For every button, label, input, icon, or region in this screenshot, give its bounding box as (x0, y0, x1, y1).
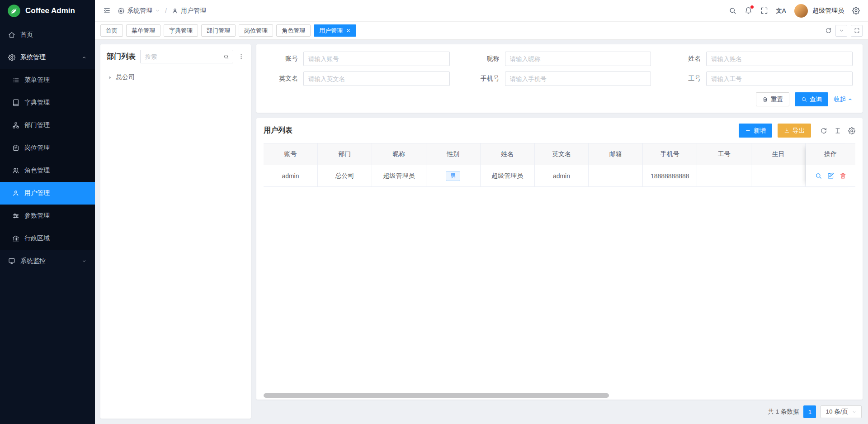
department-search-button[interactable] (219, 50, 233, 63)
field-label-phone: 手机号 (468, 75, 500, 83)
search-icon[interactable] (729, 7, 736, 14)
horizontal-scrollbar[interactable] (264, 393, 609, 398)
sidebar-item-post-management[interactable]: 岗位管理 (0, 137, 95, 159)
tab-role-management[interactable]: 角色管理 (276, 24, 311, 37)
menu-fold-icon[interactable] (103, 7, 111, 14)
density-icon[interactable] (834, 127, 841, 134)
chevron-down-icon[interactable] (155, 8, 160, 13)
collapse-filter-link[interactable]: 收起 (834, 95, 853, 104)
tab-post-management[interactable]: 岗位管理 (239, 24, 273, 37)
sidebar-item-system-monitor[interactable]: 系统监控 (0, 250, 95, 272)
close-icon[interactable] (346, 28, 351, 33)
english-name-field[interactable] (303, 71, 450, 86)
sidebar-item-dict-management[interactable]: 字典管理 (0, 91, 95, 114)
tree-node-label: 总公司 (116, 73, 135, 81)
gear-icon (8, 54, 15, 61)
tabs-dropdown-button[interactable] (835, 25, 847, 37)
account-field[interactable] (303, 52, 450, 66)
fullscreen-icon[interactable] (760, 7, 768, 14)
refresh-icon[interactable] (820, 127, 827, 134)
breadcrumb-system[interactable]: 系统管理 (127, 7, 152, 15)
bank-icon (12, 235, 19, 242)
tab-label: 岗位管理 (244, 27, 268, 35)
tab-label: 部门管理 (207, 27, 230, 35)
clear-icon (762, 96, 768, 102)
phone-field[interactable] (505, 71, 651, 86)
cell-gender: 男 (426, 165, 481, 187)
tab-label: 用户管理 (319, 27, 343, 35)
column-header: 生日 (751, 143, 806, 165)
maximize-icon (854, 28, 860, 33)
main-area: 系统管理 / 用户管理 文A 超级管理员 首页 菜单管理 (95, 0, 868, 424)
user-icon (12, 190, 19, 197)
tree-node-head-office[interactable]: 总公司 (107, 71, 245, 84)
download-icon (784, 128, 790, 133)
department-more-icon[interactable] (238, 53, 245, 60)
sidebar-item-role-management[interactable]: 角色管理 (0, 159, 95, 182)
tab-home[interactable]: 首页 (100, 24, 123, 37)
sidebar-item-menu-management[interactable]: 菜单管理 (0, 69, 95, 91)
field-label-account: 账号 (266, 55, 298, 63)
plus-icon (745, 128, 751, 133)
sidebar-item-label: 参数管理 (24, 212, 50, 220)
refresh-tab-icon[interactable] (825, 27, 832, 34)
open-tabs: 首页 菜单管理 字典管理 部门管理 岗位管理 角色管理 用户管理 (100, 24, 821, 37)
sidebar-item-param-management[interactable]: 参数管理 (0, 205, 95, 227)
translate-icon[interactable]: 文A (776, 7, 786, 15)
delete-icon[interactable] (840, 172, 846, 179)
sidebar-item-label: 首页 (20, 31, 33, 39)
sidebar-item-label: 系统管理 (20, 53, 46, 62)
current-user-name[interactable]: 超级管理员 (812, 7, 844, 15)
maximize-content-button[interactable] (851, 25, 863, 37)
chevron-down-icon (839, 28, 844, 33)
reset-button[interactable]: 重置 (756, 92, 789, 106)
notification-bell-icon[interactable] (745, 7, 752, 14)
user-list-card: 用户列表 新增 导出 (256, 118, 863, 400)
tab-dict-management[interactable]: 字典管理 (164, 24, 198, 37)
tab-menu-management[interactable]: 菜单管理 (126, 24, 160, 37)
tabs-bar: 首页 菜单管理 字典管理 部门管理 岗位管理 角色管理 用户管理 (95, 22, 868, 40)
search-filter-card: 账号 昵称 姓名 英文名 (256, 44, 863, 113)
sidebar-item-admin-region[interactable]: 行政区域 (0, 227, 95, 250)
cell-actions (806, 165, 855, 187)
sidebar-item-label: 菜单管理 (24, 76, 50, 84)
query-button[interactable]: 查询 (795, 92, 828, 106)
sidebar-item-dept-management[interactable]: 部门管理 (0, 114, 95, 137)
name-field[interactable] (706, 52, 853, 66)
chevron-down-icon (852, 410, 857, 414)
column-header: 账号 (264, 143, 318, 165)
sidebar-item-user-management[interactable]: 用户管理 (0, 182, 95, 205)
department-search-input[interactable] (140, 50, 219, 63)
export-button[interactable]: 导出 (778, 124, 811, 138)
add-user-button[interactable]: 新增 (739, 124, 772, 138)
settings-gear-icon[interactable] (852, 7, 860, 14)
edit-icon[interactable] (827, 172, 834, 179)
app-root: Coffee Admin 首页 系统管理 菜单管理 字典管理 (0, 0, 868, 424)
column-header: 姓名 (481, 143, 535, 165)
department-panel: 部门列表 总公司 (100, 44, 251, 419)
column-settings-gear-icon[interactable] (848, 127, 855, 134)
breadcrumb-current: 用户管理 (181, 7, 206, 15)
app-logo[interactable]: Coffee Admin (0, 0, 95, 22)
reset-button-label: 重置 (771, 95, 783, 104)
page-size-value: 10 条/页 (826, 408, 848, 416)
avatar[interactable] (794, 4, 808, 18)
tab-dept-management[interactable]: 部门管理 (201, 24, 236, 37)
sidebar-item-home[interactable]: 首页 (0, 24, 95, 46)
page-size-select[interactable]: 10 条/页 (821, 405, 862, 418)
query-button-label: 查询 (810, 95, 822, 104)
view-icon[interactable] (815, 172, 822, 179)
sidebar-item-label: 部门管理 (24, 121, 50, 129)
sidebar-item-label: 岗位管理 (24, 144, 50, 152)
page-number-button[interactable]: 1 (803, 405, 816, 418)
sidebar-item-system-management[interactable]: 系统管理 (0, 46, 95, 69)
tab-label: 菜单管理 (132, 27, 155, 35)
list-icon (12, 76, 19, 84)
cell-work-id (697, 165, 751, 187)
work-id-field[interactable] (706, 71, 853, 86)
tab-user-management[interactable]: 用户管理 (314, 24, 356, 37)
nickname-field[interactable] (505, 52, 651, 66)
search-icon (801, 96, 807, 102)
cell-email (589, 165, 643, 187)
caret-right-icon[interactable] (108, 75, 113, 80)
